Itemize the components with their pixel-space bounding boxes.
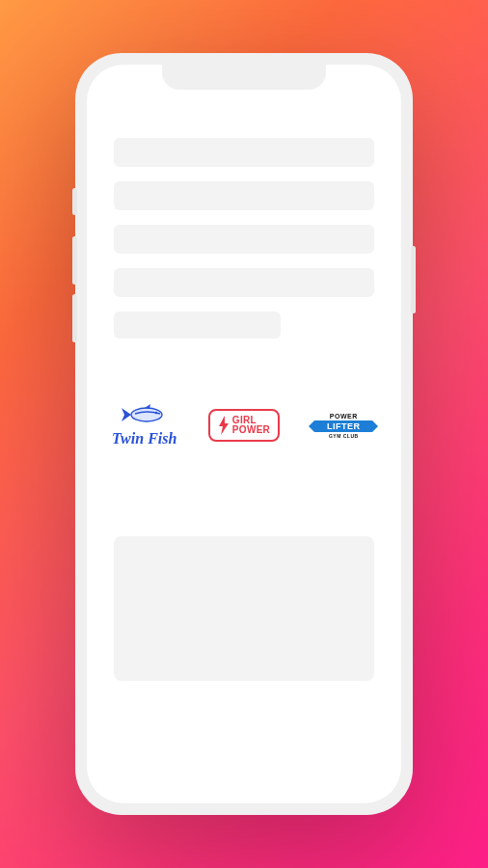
side-button: [411, 246, 416, 313]
side-button: [72, 188, 77, 215]
brand-ribbon: LIFTER: [314, 420, 372, 432]
skeleton-line: [114, 138, 374, 167]
skeleton-group-2: [87, 488, 401, 803]
side-button: [72, 294, 77, 342]
skeleton-line: [114, 181, 374, 210]
side-button: [72, 236, 77, 285]
svg-point-0: [131, 408, 162, 421]
skeleton-card: [114, 536, 374, 681]
skeleton-group-1: [87, 111, 401, 353]
brand-label: GIRL POWER: [232, 416, 270, 435]
skeleton-line: [114, 268, 374, 297]
fish-icon: [118, 403, 172, 426]
skeleton-line: [114, 225, 374, 254]
skeleton-line-short: [114, 312, 281, 339]
brand-logo-twinfish: Twin Fish: [101, 396, 188, 454]
brand-label-top: POWER: [314, 413, 372, 420]
brand-label-sub: GYM CLUB: [314, 433, 372, 439]
brand-strip: Twin Fish GIRL POWER: [87, 363, 401, 488]
screen: Twin Fish GIRL POWER: [87, 65, 401, 803]
phone-frame: Twin Fish GIRL POWER: [75, 53, 413, 815]
brand-label: Twin Fish: [112, 430, 176, 448]
brand-logo-girlpower: GIRL POWER: [201, 396, 287, 454]
brand-logo-powerlifter: POWER LIFTER GYM CLUB: [300, 396, 387, 454]
notch: [162, 65, 326, 90]
bolt-icon: [218, 416, 230, 435]
